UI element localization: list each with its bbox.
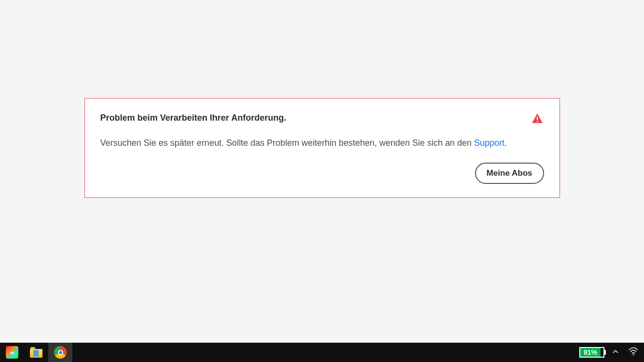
battery-indicator[interactable]: 91% <box>579 347 604 358</box>
tray-chevron-icon[interactable] <box>610 348 621 357</box>
taskbar-right: 91% <box>579 343 644 362</box>
button-row: Meine Abos <box>100 163 544 184</box>
support-link[interactable]: Support <box>474 138 504 148</box>
taskbar-app-chrome[interactable] <box>48 343 72 362</box>
taskbar-app-file-explorer[interactable] <box>24 343 48 362</box>
error-alert: Problem beim Verarbeiten Ihrer Anforderu… <box>84 98 560 198</box>
battery-percent: 91% <box>579 347 601 358</box>
chrome-icon <box>54 346 67 359</box>
wifi-icon[interactable] <box>627 347 640 358</box>
error-title: Problem beim Verarbeiten Ihrer Anforderu… <box>100 113 286 123</box>
svg-rect-0 <box>537 117 538 120</box>
taskbar-left: ∞ <box>0 343 72 362</box>
file-explorer-icon <box>30 347 42 358</box>
taskbar: ∞ 91% <box>0 343 644 362</box>
error-body: Versuchen Sie es später erneut. Sollte d… <box>100 137 544 149</box>
error-body-prefix: Versuchen Sie es später erneut. Sollte d… <box>100 138 474 148</box>
creative-cloud-icon: ∞ <box>6 346 18 359</box>
content-area: Problem beim Verarbeiten Ihrer Anforderu… <box>0 0 644 343</box>
my-subscriptions-button[interactable]: Meine Abos <box>475 163 544 184</box>
svg-rect-1 <box>537 121 538 122</box>
battery-cap <box>601 347 604 358</box>
warning-icon <box>532 113 543 125</box>
svg-point-2 <box>633 354 634 355</box>
error-header: Problem beim Verarbeiten Ihrer Anforderu… <box>100 113 544 125</box>
error-body-suffix: . <box>504 138 507 148</box>
taskbar-app-creative-cloud[interactable]: ∞ <box>0 343 24 362</box>
